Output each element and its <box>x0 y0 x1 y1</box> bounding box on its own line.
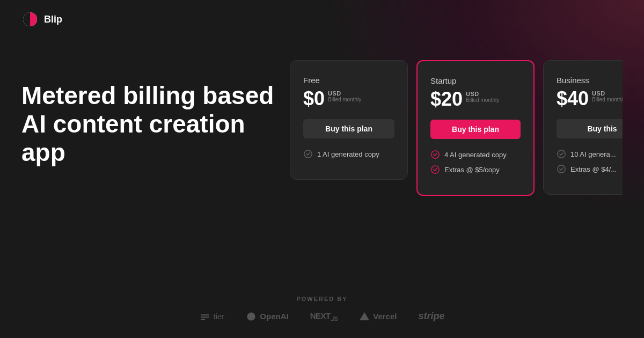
buy-button-startup[interactable]: Buy this plan <box>430 120 521 139</box>
pricing-card-business: Business $40 USD Billed monthly Buy this… <box>543 60 623 195</box>
partners-row: tier OpenAI NEXT.JS Vercel stripe <box>200 311 445 322</box>
check-icon-free-0 <box>303 149 313 159</box>
vercel-logo: Vercel <box>359 311 397 322</box>
price-billing-free: Billed monthly <box>328 97 361 102</box>
svg-point-5 <box>558 150 565 158</box>
nextjs-logo: NEXT.JS <box>310 311 338 322</box>
plan-name-business: Business <box>557 76 623 85</box>
price-currency-startup: USD <box>466 91 499 97</box>
buy-button-free[interactable]: Buy this plan <box>303 119 394 138</box>
pricing-section: Free $0 USD Billed monthly Buy this plan… <box>290 60 623 196</box>
footer-section: POWERED BY tier OpenAI NEXT.JS <box>0 296 644 338</box>
price-row-business: $40 USD Billed monthly <box>557 89 623 108</box>
price-row-free: $0 USD Billed monthly <box>303 89 394 108</box>
price-currency-business: USD <box>592 90 623 97</box>
price-meta-business: USD Billed monthly <box>592 89 623 102</box>
price-row-startup: $20 USD Billed monthly <box>430 90 521 109</box>
openai-logo: OpenAI <box>246 311 288 322</box>
svg-point-4 <box>431 166 439 173</box>
price-amount-business: $40 <box>557 89 589 108</box>
feature-business-0: 10 AI genera... <box>557 149 623 159</box>
check-icon-business-0 <box>557 149 566 159</box>
svg-rect-9 <box>201 319 205 320</box>
svg-point-6 <box>558 165 565 173</box>
price-meta-startup: USD Billed monthly <box>466 90 499 103</box>
check-icon-startup-0 <box>430 150 440 159</box>
vercel-icon <box>359 311 370 322</box>
logo-icon <box>21 11 39 28</box>
openai-icon <box>246 311 257 322</box>
feature-startup-1: Extras @ $5/copy <box>430 165 521 174</box>
plan-name-startup: Startup <box>430 76 521 85</box>
tier-logo: tier <box>200 311 225 322</box>
pricing-card-free: Free $0 USD Billed monthly Buy this plan… <box>290 60 408 180</box>
hero-section: Metered billing based AI content creatio… <box>21 60 290 167</box>
price-amount-free: $0 <box>303 89 325 108</box>
feature-business-1: Extras @ $4/... <box>557 164 623 174</box>
svg-rect-8 <box>201 314 209 315</box>
price-meta-free: USD Billed monthly <box>328 89 361 102</box>
navbar: Blip <box>0 0 644 39</box>
plan-name-free: Free <box>303 76 394 85</box>
logo: Blip <box>21 11 62 28</box>
feature-startup-0: 4 AI generated copy <box>430 150 521 159</box>
price-amount-startup: $20 <box>430 90 463 109</box>
svg-point-2 <box>304 150 312 158</box>
main-content: Metered billing based AI content creatio… <box>0 39 644 196</box>
svg-rect-7 <box>201 317 209 318</box>
svg-point-3 <box>431 151 439 158</box>
check-icon-startup-1 <box>430 165 440 174</box>
tier-icon <box>200 311 210 322</box>
feature-free-0: 1 AI generated copy <box>303 149 394 159</box>
price-billing-startup: Billed monthly <box>466 97 499 103</box>
powered-by-label: POWERED BY <box>296 296 347 302</box>
logo-text: Blip <box>44 14 62 25</box>
buy-button-business[interactable]: Buy this <box>557 119 623 138</box>
price-billing-business: Billed monthly <box>592 97 623 102</box>
price-currency-free: USD <box>328 90 361 97</box>
pricing-card-startup: Startup $20 USD Billed monthly Buy this … <box>416 60 535 196</box>
nextjs-text: NEXT.JS <box>310 311 338 322</box>
hero-title: Metered billing based AI content creatio… <box>21 82 290 167</box>
stripe-logo: stripe <box>418 311 444 322</box>
check-icon-business-1 <box>557 164 566 174</box>
